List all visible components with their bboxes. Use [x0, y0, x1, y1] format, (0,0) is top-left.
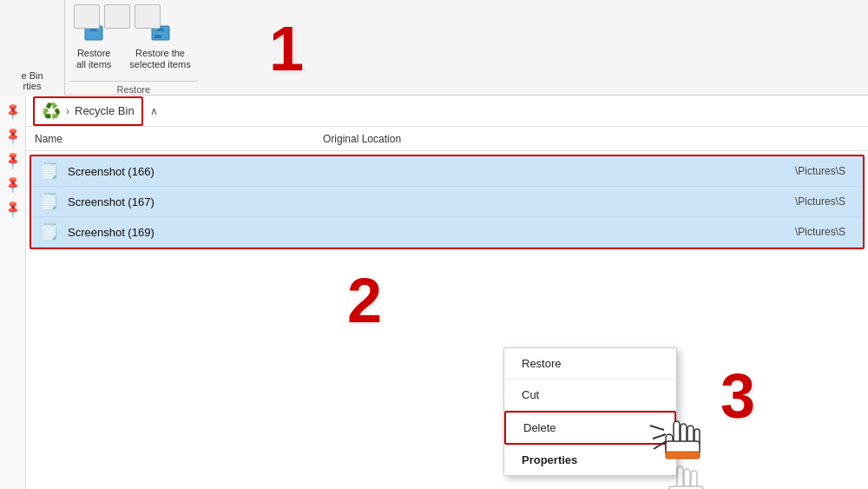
toolbar-left-labels: e Bin rties [0, 0, 65, 96]
pin-icon-5: 📌 [3, 198, 23, 218]
file-location-0: \Pictures\S [795, 165, 845, 177]
breadcrumb-bar: ♻️ › Recycle Bin ∧ [26, 96, 868, 127]
toolbar-icon-3 [135, 4, 161, 29]
toolbar-icon-1 [74, 4, 100, 29]
context-menu-restore[interactable]: Restore [504, 348, 676, 380]
context-menu-delete[interactable]: Delete [504, 411, 676, 445]
toolbar-icon-2 [104, 4, 130, 29]
content-area: ♻️ › Recycle Bin ∧ 2 Name Original Locat… [26, 96, 868, 489]
file-name-2: Screenshot (169) [68, 226, 854, 239]
file-location-2: \Pictures\S [795, 226, 845, 238]
toolbar: e Bin rties Restoreall items [0, 0, 868, 96]
step-3-label: 3 [720, 365, 755, 427]
svg-line-4 [650, 426, 664, 430]
file-list: 🗒️ Screenshot (166) \Pictures\S 🗒️ Scree… [31, 156, 863, 248]
main-area: 📌 📌 📌 📌 📌 ♻️ › Recycle Bin ∧ 2 Name Orig… [0, 96, 868, 489]
pin-icon-4: 📌 [3, 174, 23, 194]
svg-line-3 [653, 434, 666, 439]
pin-icon-2: 📌 [3, 125, 23, 145]
svg-rect-2 [155, 35, 161, 38]
col-location[interactable]: Original Location [323, 133, 401, 145]
file-icon-0: 🗒️ [40, 162, 59, 181]
step-1-label: 1 [269, 17, 304, 80]
sidebar: 📌 📌 📌 📌 📌 [0, 96, 26, 489]
context-menu: Restore Cut Delete [503, 347, 677, 476]
breadcrumb-recycle-bin[interactable]: ♻️ › Recycle Bin [33, 96, 143, 126]
file-item-2[interactable]: 🗒️ Screenshot (169) \Pictures\S [31, 217, 863, 248]
step-2-label: 2 [347, 269, 382, 332]
svg-rect-13 [677, 466, 683, 489]
file-icon-1: 🗒️ [40, 192, 59, 211]
recycle-bin-icon: ♻️ [42, 102, 61, 121]
restore-all-label: Restoreall items [76, 48, 111, 70]
breadcrumb-chevron: ∧ [150, 105, 158, 117]
file-name-0: Screenshot (166) [68, 165, 854, 178]
file-selection-box: 🗒️ Screenshot (166) \Pictures\S 🗒️ Scree… [30, 155, 865, 249]
col-name[interactable]: Name [35, 133, 62, 145]
column-headers: Name Original Location [26, 127, 868, 151]
breadcrumb-arrow: › [66, 105, 69, 117]
file-location-1: \Pictures\S [795, 195, 845, 208]
bin-label: e Bin [0, 70, 64, 81]
file-item-0[interactable]: 🗒️ Screenshot (166) \Pictures\S [31, 156, 863, 187]
rties-label: rties [0, 81, 64, 91]
pin-icon-3: 📌 [3, 149, 23, 169]
file-item-1[interactable]: 🗒️ Screenshot (167) \Pictures\S [31, 187, 863, 217]
restore-selected-label: Restore theselected items [129, 48, 190, 70]
context-menu-properties[interactable]: Properties [504, 445, 676, 475]
file-icon-2: 🗒️ [40, 222, 59, 241]
restore-section-label: Restore [69, 81, 198, 95]
file-name-1: Screenshot (167) [68, 195, 854, 208]
breadcrumb-text: Recycle Bin [75, 104, 135, 117]
hand-cursor-small-svg [659, 458, 728, 489]
pin-icon-1: 📌 [3, 101, 23, 121]
toolbar-icon-squares [74, 4, 161, 29]
